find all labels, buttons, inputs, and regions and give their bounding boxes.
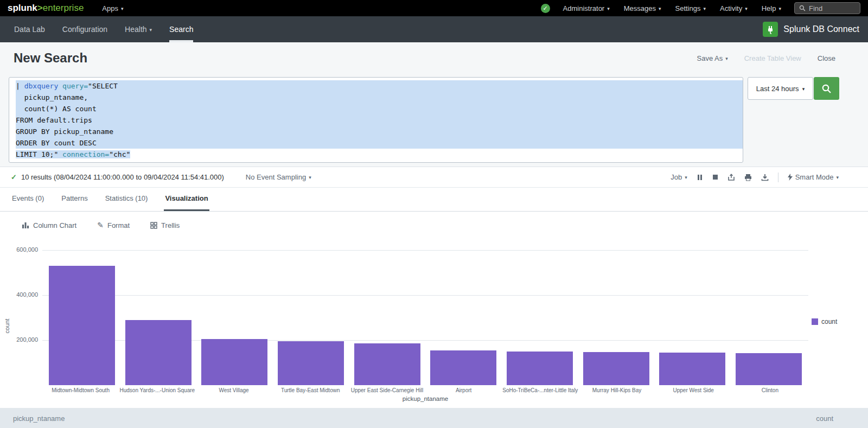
db-connect-app-icon bbox=[763, 22, 778, 37]
topbar: splunk>enterprise Apps▾ ✓ Administrator▾… bbox=[0, 0, 868, 16]
tab-patterns[interactable]: Patterns bbox=[60, 188, 88, 211]
chart-bar-1[interactable] bbox=[49, 266, 115, 385]
event-sampling-menu[interactable]: No Event Sampling▾ bbox=[246, 173, 311, 181]
divider bbox=[778, 173, 778, 182]
chart-bar-10[interactable] bbox=[736, 353, 802, 385]
x-category-label: West Village bbox=[195, 387, 272, 393]
query-line-1: | dbxquery query="SELECT bbox=[9, 80, 743, 92]
search-query-input[interactable]: | dbxquery query="SELECT pickup_ntaname,… bbox=[9, 77, 743, 163]
tab-events-0[interactable]: Events (0) bbox=[11, 188, 45, 211]
caret-down-icon: ▾ bbox=[778, 7, 781, 11]
create-table-view-button: Create Table View bbox=[744, 54, 801, 62]
chart-bar-6[interactable] bbox=[430, 350, 496, 385]
tab-statistics-10[interactable]: Statistics (10) bbox=[104, 188, 149, 211]
chart-bar-4[interactable] bbox=[278, 341, 344, 385]
caret-down-icon: ▾ bbox=[121, 7, 124, 11]
print-icon bbox=[744, 174, 752, 181]
find-input[interactable] bbox=[809, 4, 854, 12]
trellis-grid-icon bbox=[150, 222, 157, 229]
chart-bar-2[interactable] bbox=[125, 320, 192, 385]
chart-bar-9[interactable] bbox=[659, 353, 725, 385]
menu-activity[interactable]: Activity▾ bbox=[720, 4, 748, 12]
logo-splunk-text: splunk bbox=[8, 3, 37, 13]
caret-down-icon: ▾ bbox=[659, 7, 661, 11]
share-button[interactable] bbox=[727, 174, 735, 181]
query-line-2: pickup_ntaname, bbox=[9, 92, 743, 103]
logo-enterprise-text: enterprise bbox=[43, 3, 84, 13]
y-tick-label: 600,000 bbox=[0, 246, 38, 253]
job-menu[interactable]: Job▾ bbox=[671, 173, 687, 181]
column-header-count[interactable]: count bbox=[816, 414, 833, 428]
close-button[interactable]: Close bbox=[818, 54, 835, 62]
export-button[interactable] bbox=[761, 174, 769, 181]
health-status-icon[interactable]: ✓ bbox=[541, 4, 550, 13]
menu-help[interactable]: Help▾ bbox=[762, 4, 781, 12]
logo-gt-text: > bbox=[37, 3, 43, 13]
lightning-bolt-icon bbox=[788, 174, 793, 181]
stop-button[interactable] bbox=[712, 174, 718, 180]
search-icon bbox=[821, 84, 832, 94]
chart-bar-8[interactable] bbox=[583, 352, 649, 385]
caret-down-icon: ▾ bbox=[309, 175, 311, 180]
caret-down-icon: ▾ bbox=[607, 7, 610, 11]
x-category-label: Upper West Side bbox=[655, 387, 732, 393]
x-axis-title: pickup_ntaname bbox=[42, 395, 808, 402]
column-chart: count 200,000400,000600,000 Midtown-Midt… bbox=[0, 239, 868, 408]
check-icon: ✓ bbox=[543, 5, 548, 11]
format-button[interactable]: ✎ Format bbox=[97, 221, 130, 229]
apps-menu[interactable]: Apps▾ bbox=[102, 4, 123, 12]
x-category-label: Murray Hill-Kips Bay bbox=[578, 387, 655, 393]
splunk-db-connect-search-page: splunk>enterprise Apps▾ ✓ Administrator▾… bbox=[0, 0, 868, 428]
pause-icon bbox=[697, 174, 703, 181]
visualization-toolbar: Column Chart ✎ Format Trellis bbox=[0, 212, 868, 239]
plot-area bbox=[42, 250, 808, 385]
nav-health[interactable]: Health▾ bbox=[116, 16, 161, 42]
find-search-box[interactable] bbox=[794, 2, 860, 14]
print-button[interactable] bbox=[744, 174, 752, 181]
app-identity[interactable]: Splunk DB Connect bbox=[763, 16, 859, 42]
apps-menu-label: Apps bbox=[102, 4, 118, 12]
stop-icon bbox=[712, 174, 718, 180]
results-tabs: Events (0)PatternsStatistics (10)Visuali… bbox=[0, 188, 868, 212]
app-nav-items: Data LabConfigurationHealth▾Search bbox=[5, 16, 202, 42]
trellis-button[interactable]: Trellis bbox=[150, 221, 180, 229]
page-header: New Search Save As▾ Create Table View Cl… bbox=[0, 42, 868, 74]
time-range-picker[interactable]: Last 24 hours▾ bbox=[748, 77, 813, 100]
caret-down-icon: ▾ bbox=[685, 175, 687, 180]
tab-visualization[interactable]: Visualization bbox=[164, 188, 209, 211]
caret-down-icon: ▾ bbox=[836, 175, 839, 180]
column-header-pickup-ntaname[interactable]: pickup_ntaname bbox=[13, 414, 65, 428]
menu-messages[interactable]: Messages▾ bbox=[624, 4, 661, 12]
query-line-5: GROUP BY pickup_ntaname bbox=[9, 126, 743, 137]
search-mode-menu[interactable]: Smart Mode▾ bbox=[788, 173, 839, 181]
pencil-icon: ✎ bbox=[97, 221, 104, 229]
menu-settings[interactable]: Settings▾ bbox=[675, 4, 706, 12]
menu-administrator[interactable]: Administrator▾ bbox=[563, 4, 610, 12]
topbar-menus: Administrator▾Messages▾Settings▾Activity… bbox=[563, 4, 781, 12]
x-category-label: Upper East Side-Carnegie Hill bbox=[349, 387, 425, 393]
x-category-label: Airport bbox=[425, 387, 502, 393]
legend-swatch bbox=[812, 318, 818, 325]
x-category-label: Turtle Bay-East Midtown bbox=[272, 387, 349, 393]
y-tick-label: 400,000 bbox=[0, 291, 38, 298]
legend-label: count bbox=[821, 318, 837, 325]
job-status-bar: ✓ 10 results (08/04/2024 11:00:00.000 to… bbox=[0, 167, 868, 188]
run-search-button[interactable] bbox=[814, 77, 839, 100]
x-category-label: SoHo-TriBeCa-...nter-Little Italy bbox=[502, 387, 578, 393]
chart-type-button[interactable]: Column Chart bbox=[22, 221, 76, 229]
page-title: New Search bbox=[14, 50, 87, 66]
nav-data-lab[interactable]: Data Lab bbox=[5, 16, 54, 42]
chart-bar-3[interactable] bbox=[201, 339, 267, 385]
pause-button[interactable] bbox=[697, 174, 703, 181]
nav-search[interactable]: Search bbox=[161, 16, 202, 42]
x-category-label: Clinton bbox=[732, 387, 808, 393]
chart-bar-7[interactable] bbox=[507, 352, 573, 385]
chart-bar-5[interactable] bbox=[354, 343, 420, 385]
time-range-label: Last 24 hours bbox=[756, 85, 799, 93]
caret-down-icon: ▾ bbox=[802, 87, 805, 92]
caret-down-icon: ▾ bbox=[703, 7, 706, 11]
nav-configuration[interactable]: Configuration bbox=[54, 16, 116, 42]
save-as-button[interactable]: Save As▾ bbox=[697, 54, 727, 62]
splunk-logo[interactable]: splunk>enterprise bbox=[8, 3, 84, 14]
chart-legend[interactable]: count bbox=[812, 318, 837, 325]
